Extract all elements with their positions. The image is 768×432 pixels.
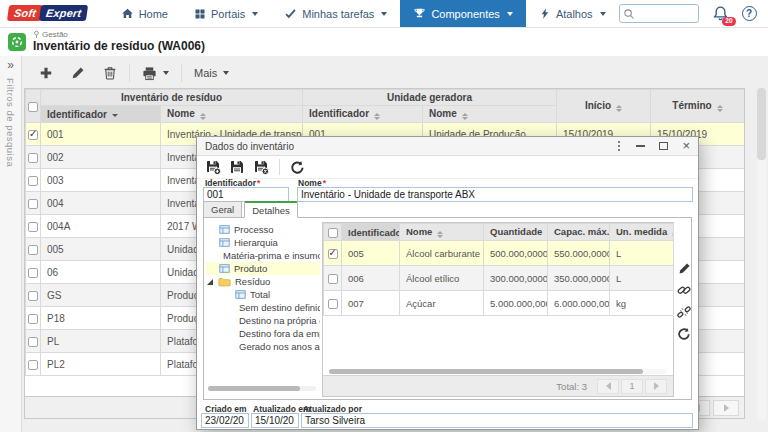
- prev-page-button[interactable]: [597, 379, 619, 394]
- close-icon[interactable]: ×: [682, 141, 690, 151]
- save-and-close-button[interactable]: [253, 159, 269, 175]
- tree-item-total[interactable]: Total: [206, 288, 320, 301]
- col-header-identificador-2[interactable]: Identificador: [303, 106, 423, 123]
- next-arrow-icon: [724, 404, 729, 412]
- col-header-nome[interactable]: Nome: [400, 224, 484, 241]
- sort-icon[interactable]: [462, 113, 468, 121]
- table-row[interactable]: 007Açúcar5.000.000,00006.000.000,0000kg: [324, 291, 674, 316]
- col-header-nome-2[interactable]: Nome: [423, 106, 557, 123]
- col-header-quantidade[interactable]: Quantidade: [484, 224, 548, 241]
- nav-portais-label: Portais: [211, 8, 245, 20]
- tree-item-hierarquia[interactable]: Hierarquia: [206, 236, 320, 249]
- search-input[interactable]: [638, 8, 694, 19]
- save-and-new-button[interactable]: [205, 159, 221, 175]
- col-header-identificador[interactable]: Identificador: [342, 224, 400, 241]
- row-checkbox[interactable]: [28, 199, 38, 209]
- chevron-down-icon: [600, 12, 606, 16]
- tree-item-sem-destino[interactable]: Sem destino definido: [206, 301, 320, 314]
- col-header-termino[interactable]: Término: [651, 90, 745, 123]
- row-checkbox[interactable]: [28, 222, 38, 232]
- minimize-icon[interactable]: [636, 145, 645, 147]
- softexpert-logo[interactable]: Soft Expert: [8, 5, 88, 21]
- save-button[interactable]: [229, 159, 245, 175]
- tab-detalhes[interactable]: Detalhes: [244, 201, 298, 218]
- col-header-un-medida[interactable]: Un. medida: [610, 224, 674, 241]
- col-header-nome-1[interactable]: Nome: [161, 106, 303, 123]
- maximize-icon[interactable]: [659, 142, 668, 150]
- trash-icon: [103, 66, 117, 80]
- table-row[interactable]: 005Álcool carburante500.000,0000550.000,…: [324, 241, 674, 266]
- row-checkbox[interactable]: [28, 360, 38, 370]
- grid-toolbar: Mais: [30, 61, 238, 85]
- sort-icon[interactable]: [672, 231, 673, 239]
- chevron-down-icon[interactable]: [163, 71, 169, 75]
- row-checkbox[interactable]: [28, 245, 38, 255]
- associate-button[interactable]: [677, 283, 691, 297]
- print-button[interactable]: [133, 61, 178, 85]
- col-header-inicio[interactable]: Início: [557, 90, 651, 123]
- tree-item-gerado-anos[interactable]: Gerado nos anos anterio: [206, 340, 320, 353]
- col-header-capac-max[interactable]: Capac. máx.: [548, 224, 610, 241]
- sort-icon[interactable]: [437, 231, 443, 239]
- row-checkbox[interactable]: [28, 314, 38, 324]
- row-checkbox[interactable]: [328, 299, 338, 309]
- sort-icon[interactable]: [616, 105, 622, 113]
- tree-item-processo[interactable]: Processo: [206, 223, 320, 236]
- scrollbar-thumb[interactable]: [757, 88, 766, 160]
- save-new-icon: [205, 159, 221, 175]
- tree-item-destino-propria[interactable]: Destino na própria empre: [206, 314, 320, 327]
- nav-atalhos[interactable]: Atalhos: [526, 0, 619, 27]
- row-checkbox[interactable]: [28, 176, 38, 186]
- row-checkbox[interactable]: [28, 130, 38, 140]
- nav-componentes[interactable]: Componentes: [400, 0, 526, 27]
- search-filters-panel-collapsed[interactable]: » Filtros de pesquisa: [0, 56, 22, 432]
- nav-home[interactable]: Home: [108, 0, 181, 27]
- current-page-button[interactable]: 1: [621, 379, 643, 394]
- tree-item-destino-fora[interactable]: Destino fora da empresa: [206, 327, 320, 340]
- expand-panel-icon[interactable]: »: [7, 59, 14, 71]
- notifications-button[interactable]: 20: [712, 5, 729, 22]
- nav-portais[interactable]: Portais: [181, 0, 271, 27]
- col-header-identificador-1[interactable]: Identificador: [41, 106, 161, 123]
- add-button[interactable]: [30, 61, 62, 85]
- next-page-button[interactable]: [645, 379, 667, 394]
- tree-horizontal-scrollbar[interactable]: [208, 386, 316, 391]
- select-all-checkbox[interactable]: [28, 102, 38, 112]
- identificador-field[interactable]: [203, 187, 289, 202]
- sort-icon[interactable]: [374, 113, 380, 121]
- table-row[interactable]: 006Álcool etílico300.000,0000350.000,000…: [324, 266, 674, 291]
- atualizado-por-field[interactable]: [301, 413, 693, 428]
- tree-item-residuo[interactable]: Resíduo: [206, 275, 320, 288]
- refresh-items-button[interactable]: [677, 327, 691, 341]
- tab-geral[interactable]: Geral: [203, 201, 242, 218]
- disassociate-button[interactable]: [677, 305, 691, 319]
- delete-button[interactable]: [94, 61, 126, 85]
- row-checkbox[interactable]: [28, 153, 38, 163]
- items-horizontal-scrollbar[interactable]: [329, 369, 667, 374]
- next-page-button[interactable]: [713, 400, 739, 416]
- detail-tree: Processo Hierarquia Matéria-prima e insu…: [206, 223, 320, 353]
- nav-minhas-tarefas[interactable]: Minhas tarefas: [271, 0, 400, 27]
- sort-icon[interactable]: [200, 113, 206, 121]
- refresh-button[interactable]: [290, 160, 305, 175]
- sort-icon[interactable]: [717, 105, 723, 113]
- kebab-menu-icon[interactable]: [616, 141, 623, 152]
- row-checkbox[interactable]: [28, 291, 38, 301]
- row-checkbox[interactable]: [28, 337, 38, 347]
- more-button[interactable]: Mais: [185, 61, 238, 85]
- tree-item-materia-prima[interactable]: Matéria-prima e insumo: [206, 249, 320, 262]
- help-button[interactable]: [742, 6, 757, 21]
- criado-em-field[interactable]: [201, 413, 249, 428]
- expanded-node-icon[interactable]: [207, 279, 213, 285]
- select-all-checkbox[interactable]: [328, 228, 338, 238]
- row-checkbox[interactable]: [28, 268, 38, 278]
- row-checkbox[interactable]: [328, 274, 338, 284]
- edit-button[interactable]: [62, 61, 94, 85]
- edit-item-button[interactable]: [678, 262, 691, 275]
- atualizado-em-field[interactable]: [251, 413, 299, 428]
- nome-field[interactable]: [297, 187, 693, 202]
- row-checkbox[interactable]: [328, 249, 338, 259]
- tree-item-produto[interactable]: Produto: [206, 262, 320, 275]
- vertical-scrollbar[interactable]: [757, 88, 766, 420]
- sort-desc-icon[interactable]: [112, 114, 118, 117]
